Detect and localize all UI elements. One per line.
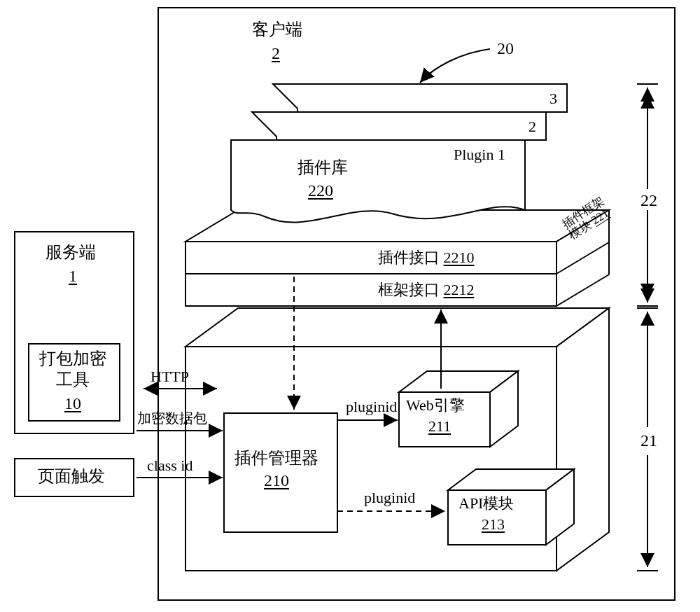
trigger-label: 页面触发 [38,466,105,487]
frame-if-title: 框架接口 2212 [378,281,475,299]
api-title: API模块 [458,494,514,513]
client-num: 2 [272,43,280,64]
num-22: 22 [640,190,657,211]
num-20: 20 [497,39,514,59]
classid-label: class id [147,457,192,475]
web-num: 211 [428,417,451,436]
http-label: HTTP [150,368,189,386]
client-title: 客户端 [252,20,302,40]
tool-num: 10 [64,394,81,414]
pluginlib-num: 220 [308,181,333,201]
plugin2-label: 2 [528,118,536,136]
client-container [158,7,676,601]
web-title: Web引擎 [406,396,465,415]
pid2-label: pluginid [364,489,415,507]
api-num: 213 [482,515,505,534]
plugin3-label: 3 [550,90,557,108]
tool-title: 打包加密 [39,349,106,369]
plugin-if-title: 插件接口 2210 [378,249,475,267]
mgr-title: 插件管理器 [234,448,318,468]
pluginlib-title: 插件库 [298,158,348,178]
tool-sub: 工具 [56,370,90,390]
plugin1-label: Plugin 1 [454,146,505,164]
mgr-num: 210 [264,471,289,491]
server-title: 服务端 [46,242,96,263]
num-21: 21 [640,431,657,451]
enc-label: 加密数据包 [137,410,207,426]
pid1-label: pluginid [346,398,397,416]
server-num: 1 [69,266,77,286]
